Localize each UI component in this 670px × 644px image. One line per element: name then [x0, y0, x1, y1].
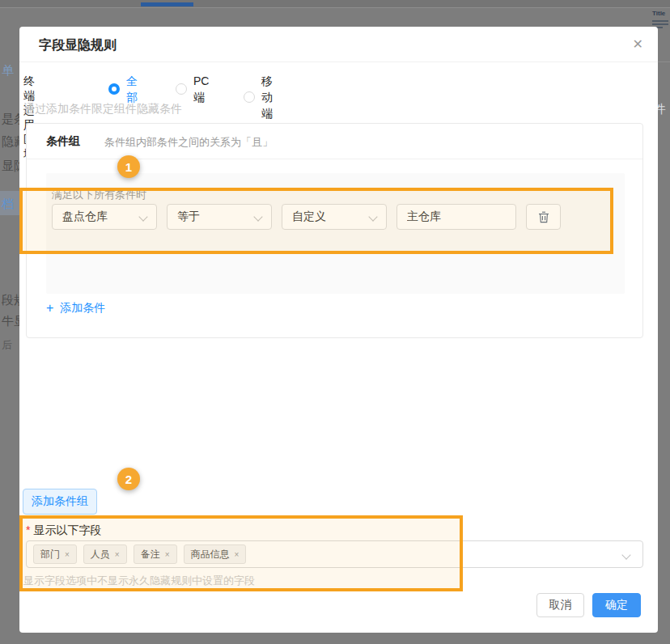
background-text-fragment: 单 [0, 63, 19, 78]
hide-condition-hint: 通过添加条件限定组件隐藏条件 [23, 102, 182, 117]
remove-tag-icon[interactable]: × [165, 550, 170, 559]
field-tag: 人员 × [83, 544, 127, 564]
step-badge-1: 1 [117, 155, 140, 178]
chevron-down-icon [621, 550, 630, 559]
condition-valuetype-value: 自定义 [292, 210, 326, 224]
background-title-lines [652, 23, 668, 25]
delete-condition-button[interactable] [526, 204, 561, 230]
radio-option-pc[interactable]: PC端 [176, 73, 209, 105]
field-tag-label: 备注 [141, 548, 160, 561]
background-title-widget: Title [652, 10, 665, 17]
condition-value-input[interactable] [396, 204, 516, 230]
show-fields-label-text: 显示以下字段 [33, 523, 101, 536]
show-fields-helper-text: 显示字段选项中不显示永久隐藏规则中设置的字段 [23, 574, 255, 588]
chevron-down-icon [368, 212, 377, 221]
condition-group-header: 条件组 条件组内部条件之间的关系为「且」 [27, 124, 642, 159]
trash-icon [538, 211, 549, 223]
close-icon[interactable]: ✕ [633, 36, 643, 53]
field-tag-label: 人员 [91, 548, 110, 561]
conditions-panel-label: 满足以下所有条件时 [52, 188, 146, 202]
condition-operator-select[interactable]: 等于 [167, 204, 272, 230]
remove-tag-icon[interactable]: × [65, 550, 70, 559]
background-text-fragment: 隐藏 [0, 134, 19, 150]
background-text-fragment: 显隐 [0, 159, 19, 174]
required-asterisk: * [26, 523, 30, 536]
confirm-button[interactable]: 确定 [592, 593, 641, 617]
condition-field-select[interactable]: 盘点仓库 [52, 204, 157, 230]
background-link-fragment: 档 [0, 197, 19, 212]
remove-tag-icon[interactable]: × [115, 550, 120, 559]
condition-valuetype-select[interactable]: 自定义 [282, 204, 387, 230]
chevron-down-icon [253, 212, 262, 221]
background-tab-indicator [141, 2, 193, 6]
field-visibility-rule-dialog: 字段显隐规则 ✕ 终端适用区域: 全部 PC端 移动端 通过添加条件限定组件隐藏… [19, 27, 658, 633]
condition-group-title: 条件组 [46, 134, 80, 149]
background-text-fragment: 段规 [0, 293, 19, 308]
radio-option-label: 全部 [126, 73, 138, 105]
background-text-fragment: 牛显 [0, 314, 19, 329]
field-tag-label: 商品信息 [191, 548, 230, 561]
condition-row: 盘点仓库 等于 自定义 [52, 204, 561, 230]
background-topbar [0, 0, 670, 8]
condition-group-card: 条件组 条件组内部条件之间的关系为「且」 满足以下所有条件时 盘点仓库 等于 自… [26, 123, 643, 338]
radio-option-label: 移动端 [261, 73, 273, 121]
radio-unselected-icon [244, 91, 255, 103]
radio-option-all[interactable]: 全部 [108, 73, 138, 105]
dialog-title: 字段显隐规则 [39, 37, 117, 54]
condition-group-subtitle: 条件组内部条件之间的关系为「且」 [104, 135, 273, 150]
dialog-header: 字段显隐规则 ✕ [19, 27, 658, 62]
cancel-button[interactable]: 取消 [536, 593, 584, 617]
field-tag-label: 部门 [40, 548, 60, 561]
add-condition-label: 添加条件 [60, 301, 105, 316]
background-text-fragment: 是条 [0, 112, 19, 127]
remove-tag-icon[interactable]: × [235, 550, 240, 559]
radio-unselected-icon [176, 83, 187, 95]
step-badge-2: 2 [117, 468, 140, 490]
condition-field-value: 盘点仓库 [62, 210, 108, 224]
show-fields-multiselect[interactable]: 部门 × 人员 × 备注 × 商品信息 × [26, 540, 643, 568]
field-tag: 备注 × [134, 544, 177, 564]
background-text-fragment: 后 [0, 338, 19, 353]
radio-option-mobile[interactable]: 移动端 [244, 73, 273, 121]
background-title-lines [652, 20, 668, 22]
background-divider [657, 61, 670, 62]
field-tag: 商品信息 × [184, 544, 247, 564]
show-fields-label: *显示以下字段 [26, 523, 101, 538]
add-condition-group-button[interactable]: 添加条件组 [23, 489, 97, 515]
conditions-panel: 满足以下所有条件时 盘点仓库 等于 自定义 [46, 173, 625, 294]
chevron-down-icon [138, 212, 147, 221]
add-condition-link[interactable]: + 添加条件 [46, 301, 105, 316]
radio-selected-icon [108, 83, 120, 95]
plus-icon: + [46, 302, 53, 315]
radio-option-label: PC端 [193, 73, 209, 105]
condition-operator-value: 等于 [177, 210, 200, 224]
field-tag: 部门 × [33, 544, 77, 564]
